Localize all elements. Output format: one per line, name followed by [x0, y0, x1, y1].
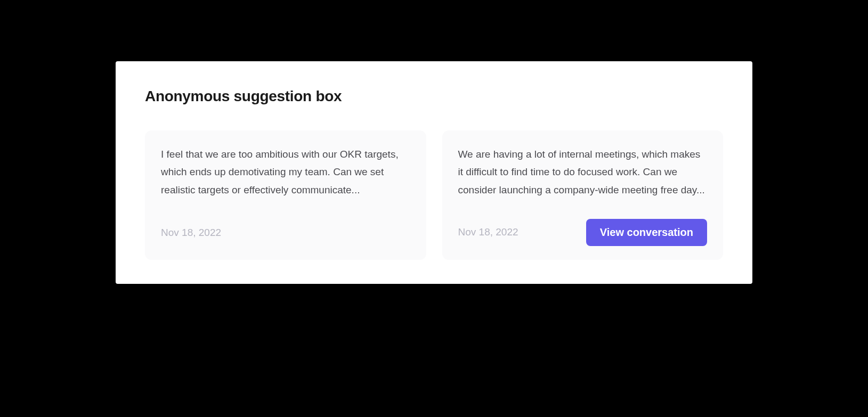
suggestion-card: We are having a lot of internal meetings…: [442, 130, 724, 260]
card-footer: Nov 18, 2022: [161, 219, 410, 246]
suggestion-date: Nov 18, 2022: [161, 227, 221, 239]
card-footer: Nov 18, 2022 View conversation: [458, 219, 708, 246]
suggestion-card: I feel that we are too ambitious with ou…: [145, 130, 426, 260]
panel-title: Anonymous suggestion box: [145, 88, 723, 105]
suggestion-date: Nov 18, 2022: [458, 226, 518, 238]
suggestion-box-panel: Anonymous suggestion box I feel that we …: [116, 61, 752, 284]
cards-container: I feel that we are too ambitious with ou…: [145, 130, 723, 260]
view-conversation-button[interactable]: View conversation: [586, 219, 707, 246]
suggestion-text: We are having a lot of internal meetings…: [458, 145, 708, 199]
suggestion-text: I feel that we are too ambitious with ou…: [161, 145, 410, 199]
